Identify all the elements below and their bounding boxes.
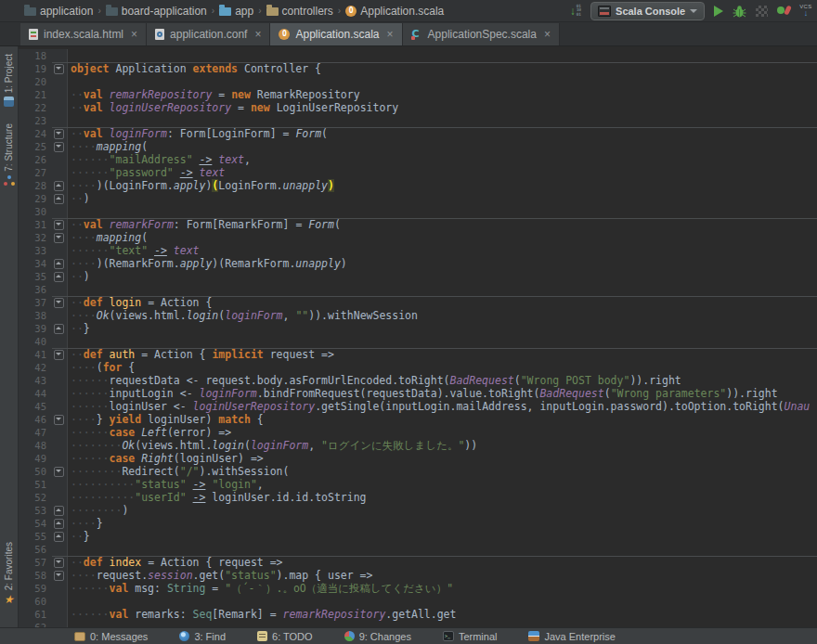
- code-line-22: 22··val loginUserRepository = new LoginU…: [19, 101, 817, 114]
- fold-column: [50, 192, 68, 205]
- line-number: 27: [19, 166, 50, 179]
- fold-start-icon[interactable]: [54, 467, 64, 477]
- fold-start-icon[interactable]: [54, 220, 64, 230]
- line-number: 44: [19, 387, 50, 400]
- make-project-button[interactable]: ↓ 011001: [570, 2, 581, 20]
- line-number: 24: [19, 127, 50, 140]
- attach-debugger-button[interactable]: [777, 2, 790, 20]
- fold-end-icon[interactable]: [54, 506, 64, 516]
- code-line-34: 34····)(RemarkForm.apply)(RemarkForm.una…: [19, 257, 817, 270]
- fold-end-icon[interactable]: [54, 259, 64, 269]
- line-number: 56: [19, 543, 50, 556]
- tab-label: index.scala.html: [44, 28, 123, 41]
- code-line-18: 18: [19, 49, 817, 62]
- code-line-62: 62: [19, 621, 817, 627]
- fold-start-icon[interactable]: [54, 571, 64, 581]
- code-text: ··def login = Action {: [68, 296, 817, 309]
- line-number: 60: [19, 595, 50, 608]
- fold-end-icon[interactable]: [54, 324, 64, 334]
- editor-tab-bar: index.scala.html×application.conf×Applic…: [0, 22, 817, 46]
- line-number: 43: [19, 374, 50, 387]
- line-number: 62: [19, 621, 50, 627]
- code-line-27: 27······"password" -> text: [19, 166, 817, 179]
- fold-column: [50, 491, 68, 504]
- fold-start-icon[interactable]: [54, 233, 64, 243]
- fold-column: [50, 595, 68, 608]
- statusbar-item-6-todo[interactable]: 6: TODO: [257, 631, 313, 642]
- code-line-61: 61······val remarks: Seq[Remark] = remar…: [19, 608, 817, 621]
- vcs-update-button[interactable]: VCS ↓: [799, 2, 811, 20]
- fold-start-icon[interactable]: [54, 129, 64, 139]
- fold-end-icon[interactable]: [54, 519, 64, 529]
- fold-end-icon[interactable]: [54, 532, 64, 542]
- code-line-38: 38····Ok(views.html.login(loginForm, "")…: [19, 309, 817, 322]
- statusbar-item-3-find[interactable]: 3: Find: [179, 631, 226, 642]
- fold-end-icon[interactable]: [54, 181, 64, 191]
- tab-applicationspec-scala[interactable]: ApplicationSpec.scala×: [403, 23, 560, 45]
- breadcrumb-item-application[interactable]: application: [24, 5, 93, 18]
- tab-application-conf[interactable]: application.conf×: [147, 23, 270, 45]
- tool-window-button-2-favorites[interactable]: 2: Favorites: [4, 542, 14, 605]
- breadcrumb-separator: ›: [97, 6, 100, 16]
- code-line-26: 26······"mailAddress" -> text,: [19, 153, 817, 166]
- statusbar-item-terminal[interactable]: Terminal: [443, 631, 498, 642]
- fold-column: [50, 348, 68, 361]
- close-icon[interactable]: ×: [544, 29, 551, 40]
- fold-column: [50, 309, 68, 322]
- code-text: ······requestData <- request.body.asForm…: [68, 374, 817, 387]
- fold-column: [50, 530, 68, 543]
- line-number: 61: [19, 608, 50, 621]
- tab-application-scala[interactable]: Application.scala×: [270, 23, 402, 45]
- code-line-55: 55··}: [19, 530, 817, 543]
- breadcrumb-item-app[interactable]: app: [219, 5, 253, 18]
- breadcrumb-item-board-application[interactable]: board-application: [106, 5, 207, 18]
- statusbar-label: 0: Messages: [90, 631, 148, 642]
- code-line-23: 23: [19, 114, 817, 127]
- line-number: 31: [19, 218, 50, 231]
- fold-start-icon[interactable]: [54, 298, 64, 308]
- fold-column: [50, 439, 68, 452]
- fold-column: [50, 127, 68, 140]
- close-icon[interactable]: ×: [387, 29, 394, 40]
- tool-window-button-7-structure[interactable]: 7: Structure: [4, 123, 14, 187]
- code-line-44: 44······inputLogin <- loginForm.bindFrom…: [19, 387, 817, 400]
- line-number: 48: [19, 439, 50, 452]
- code-text: ··}: [68, 322, 817, 335]
- folder-icon: [106, 7, 118, 16]
- breadcrumb-item-controllers[interactable]: controllers: [266, 5, 333, 18]
- code-text: ··): [68, 270, 817, 283]
- run-configuration-label: Scala Console: [616, 6, 685, 17]
- fold-start-icon[interactable]: [54, 415, 64, 425]
- fold-start-icon[interactable]: [54, 142, 64, 152]
- code-editor[interactable]: 1819object Application extends Controlle…: [19, 46, 817, 627]
- close-icon[interactable]: ×: [254, 29, 261, 40]
- breadcrumb-item-application-scala[interactable]: Application.scala: [345, 5, 444, 18]
- fold-start-icon[interactable]: [54, 64, 64, 74]
- statusbar-item-9-changes[interactable]: 9: Changes: [344, 631, 411, 642]
- code-line-31: 31··val remarkForm: Form[RemarkForm] = F…: [19, 218, 817, 231]
- fold-end-icon[interactable]: [54, 272, 64, 282]
- run-with-coverage-button[interactable]: [756, 2, 768, 20]
- code-text: ······val remarks: Seq[Remark] = remarkR…: [68, 608, 817, 621]
- run-configuration-select[interactable]: Scala Console: [590, 2, 705, 20]
- code-line-24: 24··val loginForm: Form[LoginForm] = For…: [19, 127, 817, 140]
- fold-start-icon[interactable]: [54, 558, 64, 568]
- run-button[interactable]: [714, 2, 723, 20]
- statusbar-item-0-messages[interactable]: 0: Messages: [74, 631, 148, 642]
- close-icon[interactable]: ×: [131, 29, 137, 40]
- left-strip-bottom: 2: Favorites: [4, 542, 14, 622]
- coverage-icon: [756, 6, 768, 17]
- code-line-41: 41··def auth = Action { implicit request…: [19, 348, 817, 361]
- fold-start-icon[interactable]: [54, 350, 64, 360]
- statusbar-item-java-enterprise[interactable]: Java Enterprise: [528, 631, 615, 642]
- tab-index-scala-html[interactable]: index.scala.html×: [20, 23, 147, 45]
- fold-column: [50, 556, 68, 569]
- line-number: 37: [19, 296, 50, 309]
- tool-window-button-1-project[interactable]: 1: Project: [4, 54, 14, 107]
- fold-end-icon[interactable]: [54, 194, 64, 204]
- line-number: 23: [19, 114, 50, 127]
- left-strip-top: 1: Project7: Structure: [4, 54, 14, 203]
- method-separator: [52, 556, 817, 557]
- debug-button[interactable]: [733, 2, 746, 20]
- fold-column: [50, 283, 68, 296]
